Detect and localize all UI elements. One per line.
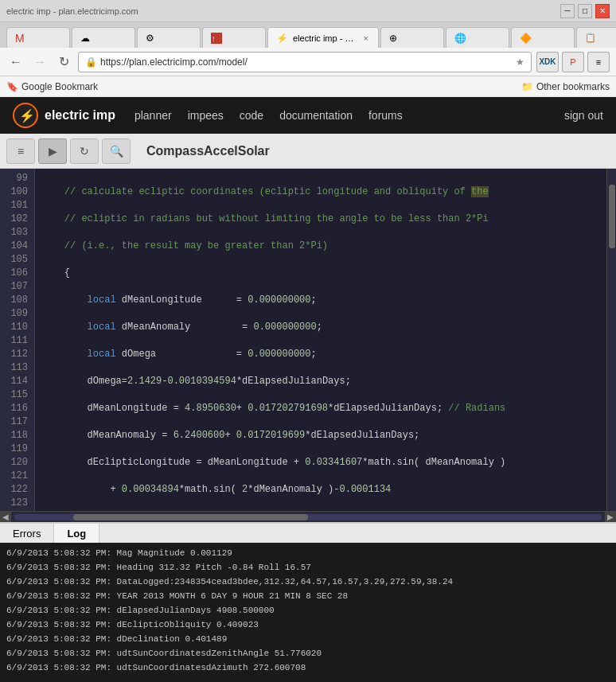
- log-line-2: 6/9/2013 5:08:32 PM: Heading 312.32 Pitc…: [6, 560, 610, 575]
- line-number-101: 101: [6, 199, 28, 212]
- google-bookmark[interactable]: 🔖 Google Bookmark: [6, 81, 98, 92]
- tab3-icon: ⚙: [146, 33, 154, 44]
- line-number-120: 120: [6, 456, 28, 470]
- url-bar[interactable]: 🔒 https://plan.electricimp.com/model/ ★: [78, 52, 532, 72]
- logo-icon: ⚡: [13, 103, 38, 128]
- code-text[interactable]: // calculate ecliptic coordinates (eclip…: [35, 169, 606, 511]
- scroll-left-button[interactable]: ◀: [0, 512, 11, 523]
- scrollbar-thumb[interactable]: [609, 185, 615, 248]
- url-text: https://plan.electricimp.com/model/: [100, 57, 248, 68]
- toolbar-buttons: XDK P ≡: [536, 52, 610, 72]
- code-container[interactable]: 99 100 101 102 103 104 105 106 107 108 1…: [0, 169, 616, 511]
- minimize-button[interactable]: ─: [560, 4, 575, 18]
- refresh-button[interactable]: ↻: [54, 53, 73, 72]
- line-number-119: 119: [6, 442, 28, 456]
- app-header: ⚡ electric imp planner impees code docum…: [0, 97, 616, 134]
- bookmark-label: Google Bookmark: [21, 81, 98, 92]
- logo-text: electric imp: [45, 108, 115, 123]
- tab-2[interactable]: ☁: [72, 27, 135, 48]
- nav-code[interactable]: code: [240, 109, 263, 122]
- browser-tabs-bar: M ☁ ⚙ ⚡ electric imp - plan.el... × ⊕ 🌐 …: [0, 22, 616, 48]
- folder-icon: 📁: [521, 81, 533, 92]
- tab-errors[interactable]: Errors: [0, 524, 54, 543]
- tab-log[interactable]: Log: [54, 524, 99, 543]
- tab-9[interactable]: 📋: [576, 27, 616, 48]
- app-nav: planner impees code documentation forums: [135, 109, 564, 122]
- bookmark-star-icon[interactable]: ★: [516, 57, 524, 68]
- forward-button[interactable]: →: [30, 53, 49, 72]
- scroll-right-button[interactable]: ▶: [605, 512, 616, 523]
- log-panel[interactable]: 6/9/2013 5:08:32 PM: Mag Magnitude 0.001…: [0, 543, 616, 682]
- tab-4[interactable]: [202, 27, 266, 48]
- tab-3[interactable]: ⚙: [137, 27, 201, 48]
- line-number-122: 122: [6, 483, 28, 497]
- vertical-scrollbar[interactable]: [606, 169, 616, 511]
- code-line-110: + 0.00034894*math.sin( 2*dMeanAnomaly )-…: [41, 483, 600, 497]
- bookmark-icon: 🔖: [6, 81, 18, 92]
- line-number-123: 123: [6, 497, 28, 510]
- pinterest-button[interactable]: P: [562, 52, 584, 72]
- line-number-103: 103: [6, 226, 28, 240]
- close-button[interactable]: ✕: [595, 4, 610, 18]
- electricimp-tab-label: electric imp - plan.el...: [293, 33, 357, 43]
- tab-7[interactable]: 🌐: [446, 27, 509, 48]
- log-line-7: 6/9/2013 5:08:32 PM: dDeclination 0.4014…: [6, 632, 610, 646]
- line-number-99: 99: [6, 172, 28, 185]
- panel-tabs: Errors Log: [0, 522, 616, 543]
- undo-button[interactable]: ↻: [70, 138, 99, 164]
- menu-button[interactable]: ≡: [587, 52, 610, 72]
- tab-6[interactable]: ⊕: [380, 27, 444, 48]
- log-tab-label: Log: [67, 528, 86, 540]
- app-logo[interactable]: ⚡ electric imp: [13, 103, 115, 128]
- log-line-1: 6/9/2013 5:08:32 PM: Mag Magnitude 0.001…: [6, 546, 610, 560]
- editor-title: CompassAccelSolar: [146, 144, 270, 158]
- other-bookmarks-label: Other bookmarks: [536, 81, 610, 92]
- ssl-lock-icon: 🔒: [85, 57, 97, 68]
- svg-text:⚡: ⚡: [19, 108, 35, 123]
- log-line-5: 6/9/2013 5:08:32 PM: dElapsedJulianDays …: [6, 603, 610, 618]
- sign-out-link[interactable]: sign out: [564, 109, 603, 122]
- line-number-110: 110: [6, 321, 28, 334]
- code-line-102: {: [41, 267, 600, 280]
- code-editor: 99 100 101 102 103 104 105 106 107 108 1…: [0, 169, 616, 522]
- line-number-102: 102: [6, 212, 28, 226]
- run-button[interactable]: ▶: [38, 138, 67, 164]
- line-number-114: 114: [6, 375, 28, 388]
- maximize-button[interactable]: □: [578, 4, 592, 18]
- back-button[interactable]: ←: [6, 53, 25, 72]
- tab-close-button[interactable]: ×: [362, 33, 370, 43]
- code-line-106: dOmega=2.1429-0.0010394594*dElapsedJulia…: [41, 375, 600, 388]
- log-line-8: 6/9/2013 5:08:32 PM: udtSunCoordinatesdZ…: [6, 646, 610, 661]
- tab8-icon: 🔶: [520, 33, 532, 44]
- nav-planner[interactable]: planner: [135, 109, 172, 122]
- line-numbers: 99 100 101 102 103 104 105 106 107 108 1…: [0, 169, 35, 511]
- tab9-icon: 📋: [585, 33, 596, 43]
- line-number-109: 109: [6, 307, 28, 321]
- line-number-111: 111: [6, 334, 28, 348]
- tab-electricimp[interactable]: ⚡ electric imp - plan.el... ×: [267, 27, 379, 48]
- search-editor-button[interactable]: 🔍: [102, 138, 131, 164]
- line-number-104: 104: [6, 240, 28, 253]
- horizontal-scrollbar[interactable]: ◀ ▶: [0, 511, 616, 522]
- log-line-6: 6/9/2013 5:08:32 PM: dEclipticObliquity …: [6, 618, 610, 632]
- nav-documentation[interactable]: documentation: [279, 109, 353, 122]
- tab-gmail[interactable]: M: [6, 27, 70, 48]
- other-bookmarks[interactable]: 📁 Other bookmarks: [521, 81, 610, 92]
- code-line-101: // (i.e., the result may be greater than…: [41, 240, 600, 253]
- address-bar-container: ← → ↻ 🔒 https://plan.electricimp.com/mod…: [0, 48, 616, 76]
- tab2-icon: ☁: [80, 33, 90, 44]
- menu-editor-button[interactable]: ≡: [6, 138, 35, 164]
- hscroll-thumb[interactable]: [73, 514, 308, 520]
- bookmarks-bar: 🔖 Google Bookmark 📁 Other bookmarks: [0, 76, 616, 97]
- electricimp-tab-icon: ⚡: [276, 33, 288, 44]
- nav-forums[interactable]: forums: [368, 109, 403, 122]
- nav-impees[interactable]: impees: [188, 109, 224, 122]
- xdk-button[interactable]: XDK: [536, 52, 559, 72]
- hscroll-track[interactable]: [14, 514, 602, 520]
- tab7-icon: 🌐: [454, 33, 466, 44]
- code-line-100: // ecliptic in radians but without limit…: [41, 212, 600, 226]
- window-controls: ─ □ ✕: [560, 4, 610, 18]
- tab-8[interactable]: 🔶: [511, 27, 575, 48]
- line-number-107: 107: [6, 280, 28, 294]
- line-number-118: 118: [6, 429, 28, 442]
